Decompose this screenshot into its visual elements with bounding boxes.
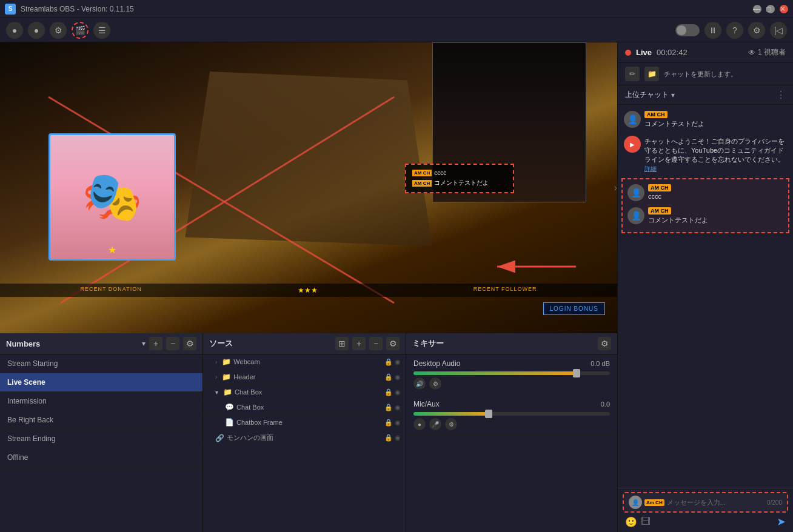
live-indicator bbox=[625, 50, 631, 56]
source-item-chatbox[interactable]: 💬 Chat Box 🔒 ◉ bbox=[203, 400, 406, 415]
scene-item-intermission[interactable]: Intermission bbox=[0, 392, 202, 411]
scene-item-be-right-back[interactable]: Be Right Back bbox=[0, 411, 202, 430]
monhan-actions: 🔒 ◉ bbox=[384, 434, 401, 442]
emoji-btn[interactable]: 🙂 bbox=[625, 516, 637, 528]
viewer-count-container: 👁 1 視聴者 bbox=[748, 47, 786, 58]
sources-panel: ソース ⊞ + − ⚙ › 📁 Webcam 🔒 ◉ › 📁 bbox=[203, 333, 406, 532]
source-chatbox-name: Chat Box bbox=[236, 404, 382, 411]
chat-input-actions: 🙂 🎞 ➤ bbox=[623, 513, 788, 528]
mic-fader-fill bbox=[413, 412, 492, 416]
mic-aux-header: Mic/Aux 0.0 bbox=[413, 400, 610, 408]
source-item-webcam[interactable]: › 📁 Webcam 🔒 ◉ bbox=[203, 354, 406, 370]
source-item-monhan[interactable]: 🔗 モンハンの画面 🔒 ◉ bbox=[203, 430, 406, 446]
chat-section-dropdown[interactable]: ▾ bbox=[671, 91, 675, 99]
chat-msg-2: ▶ チャットへようこそ！ご自身のプライバシーを守るとともに、YouTubeのコミ… bbox=[621, 133, 789, 176]
toolbar-toggle[interactable] bbox=[675, 24, 700, 36]
bottom-section: Numbers ▾ + − ⚙ Stream Starting Live Sce… bbox=[0, 333, 617, 532]
user-avatar-icon: 👤 bbox=[627, 115, 638, 124]
toolbar-gear-icon[interactable]: ⚙ bbox=[748, 22, 765, 39]
toolbar-pause-icon[interactable]: ⏸ bbox=[704, 22, 721, 39]
scenes-settings-btn[interactable]: ⚙ bbox=[183, 337, 196, 350]
desktop-fader[interactable] bbox=[413, 371, 610, 375]
chat-badge-3: AM CH bbox=[648, 184, 671, 191]
chat-input-field[interactable] bbox=[667, 499, 765, 506]
mic-aux-db: 0.0 bbox=[601, 401, 610, 408]
toolbar-expand-icon[interactable]: |◁ bbox=[770, 22, 787, 39]
scene-overlay: 🎭 ★ AM CH cccc AM CH コメントテストだよ bbox=[0, 42, 617, 333]
close-button[interactable]: ✕ bbox=[780, 5, 788, 13]
preview-expand-arrow[interactable]: › bbox=[614, 182, 617, 193]
scene-item-offline[interactable]: Offline bbox=[0, 448, 202, 467]
chatbox-expand: ▾ bbox=[215, 389, 218, 396]
toolbar-menu-icon[interactable]: ☰ bbox=[93, 22, 110, 39]
mic-fader-handle bbox=[485, 410, 492, 418]
chatbox-frame-actions: 🔒 ◉ bbox=[384, 419, 401, 427]
scene-list: Stream Starting Live Scene Intermission … bbox=[0, 354, 202, 532]
gif-btn[interactable]: 🎞 bbox=[641, 516, 651, 527]
scenes-add-btn[interactable]: + bbox=[149, 337, 162, 350]
scenes-panel-header: Numbers ▾ + − ⚙ bbox=[0, 333, 202, 354]
chat-section-title-container: 上位チャット ▾ bbox=[625, 90, 776, 100]
sources-add-icon-btn[interactable]: ⊞ bbox=[335, 337, 349, 350]
mixer-desktop-audio: Desktop Audio 0.0 dB 🔊 ⚙ bbox=[406, 354, 617, 395]
recent-donation-label: RECENT DONATION bbox=[80, 286, 141, 294]
source-item-chatbox-folder[interactable]: ▾ 📁 Chat Box 🔒 ◉ bbox=[203, 385, 406, 400]
desktop-fader-fill bbox=[413, 371, 580, 375]
chat-user-avatar: 👤 bbox=[629, 496, 642, 509]
chat-more-btn[interactable]: ⋮ bbox=[776, 89, 786, 101]
source-item-chatbox-frame[interactable]: 📄 Chatbox Frame 🔒 ◉ bbox=[203, 415, 406, 430]
webcam-icon: 📁 bbox=[222, 357, 231, 366]
mic-mute-btn2[interactable]: 🎤 bbox=[429, 418, 441, 430]
scenes-panel: Numbers ▾ + − ⚙ Stream Starting Live Sce… bbox=[0, 333, 203, 532]
toolbar-scenes-icon[interactable]: ● bbox=[6, 22, 23, 39]
desktop-settings-btn[interactable]: ⚙ bbox=[429, 377, 441, 390]
mic-aux-name: Mic/Aux bbox=[413, 400, 596, 408]
mixer-settings-btn[interactable]: ⚙ bbox=[598, 337, 611, 350]
mic-mute-btn[interactable]: ● bbox=[413, 418, 426, 430]
chat-badge-1: AM CH bbox=[644, 111, 668, 118]
chat-send-btn[interactable]: ➤ bbox=[777, 515, 786, 528]
chat-preview-msg-1: AM CH cccc bbox=[410, 168, 509, 178]
mic-settings-btn[interactable]: ⚙ bbox=[445, 418, 457, 430]
mic-fader[interactable] bbox=[413, 412, 610, 416]
app-logo: S bbox=[5, 4, 16, 15]
toolbar-record-icon[interactable]: 🎬 bbox=[72, 22, 89, 39]
user-avatar-3: 👤 bbox=[631, 188, 641, 198]
mixer-mic-aux: Mic/Aux 0.0 ● 🎤 ⚙ bbox=[406, 395, 617, 436]
sources-remove-btn[interactable]: − bbox=[369, 337, 383, 350]
scenes-remove-btn[interactable]: − bbox=[166, 337, 179, 350]
minimize-button[interactable]: — bbox=[753, 5, 761, 13]
chat-link[interactable]: 詳細 bbox=[644, 165, 657, 172]
left-panel: 🎭 ★ AM CH cccc AM CH コメントテストだよ bbox=[0, 42, 617, 532]
chat-highlighted-content: 👤 AM CH cccc 👤 bbox=[625, 182, 786, 230]
live-label: Live bbox=[636, 48, 652, 57]
toolbar-settings-icon[interactable]: ⚙ bbox=[50, 22, 67, 39]
preview-badge-2: AM CH bbox=[412, 180, 432, 187]
toolbar-sources-icon[interactable]: ● bbox=[28, 22, 45, 39]
toolbar-help-icon[interactable]: ? bbox=[726, 22, 743, 39]
scenes-dropdown-arrow[interactable]: ▾ bbox=[142, 339, 146, 348]
chat-msg-content-1: AM CH コメントテストだよ bbox=[644, 111, 787, 128]
chat-msg-content-3: AM CH cccc bbox=[648, 184, 783, 200]
chat-folder-btn[interactable]: 📁 bbox=[644, 67, 659, 81]
maximize-button[interactable]: □ bbox=[766, 5, 775, 13]
chat-section-header: 上位チャット ▾ ⋮ bbox=[618, 85, 793, 105]
chat-pencil-btn[interactable]: ✏ bbox=[625, 67, 640, 81]
scene-item-live-scene[interactable]: Live Scene bbox=[0, 373, 202, 392]
chat-msg-1: 👤 AM CH コメントテストだよ bbox=[621, 108, 789, 131]
chat-preview-msg-2: AM CH コメントテストだよ bbox=[410, 178, 509, 188]
source-item-header[interactable]: › 📁 Header 🔒 ◉ bbox=[203, 370, 406, 385]
chat-avatar-4: 👤 bbox=[627, 207, 644, 224]
preview-msg-text-2: コメントテストだよ bbox=[434, 179, 489, 187]
chatbox-frame-icon: 📄 bbox=[225, 418, 234, 427]
source-webcam-name: Webcam bbox=[233, 358, 382, 365]
desktop-mute-btn[interactable]: 🔊 bbox=[413, 377, 426, 390]
chat-user-badge: Am CH bbox=[644, 499, 664, 506]
user-avatar-4: 👤 bbox=[631, 211, 641, 221]
scene-item-stream-starting[interactable]: Stream Starting bbox=[0, 354, 202, 373]
scene-item-stream-ending[interactable]: Stream Ending bbox=[0, 430, 202, 448]
sources-settings-btn[interactable]: ⚙ bbox=[386, 337, 400, 350]
header-icon: 📁 bbox=[222, 373, 231, 381]
sources-add-btn[interactable]: + bbox=[352, 337, 366, 350]
desktop-audio-name: Desktop Audio bbox=[413, 359, 586, 368]
